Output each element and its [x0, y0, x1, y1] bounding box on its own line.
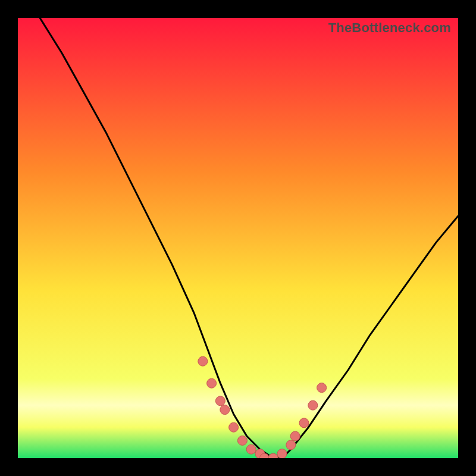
- sample-point: [215, 396, 225, 406]
- watermark-text: TheBottleneck.com: [328, 20, 451, 36]
- sample-point: [290, 431, 300, 441]
- sample-point: [246, 444, 256, 454]
- sample-point: [207, 378, 217, 388]
- gradient-background: [18, 18, 458, 458]
- sample-point: [237, 436, 247, 445]
- sample-point: [299, 418, 309, 428]
- sample-point: [286, 440, 296, 450]
- sample-point: [308, 400, 318, 410]
- sample-point: [277, 449, 287, 458]
- chart-frame: TheBottleneck.com: [18, 18, 458, 458]
- bottleneck-chart: [18, 18, 458, 458]
- sample-point: [317, 383, 327, 393]
- sample-point: [229, 422, 239, 432]
- sample-point: [220, 405, 230, 415]
- sample-point: [198, 356, 208, 366]
